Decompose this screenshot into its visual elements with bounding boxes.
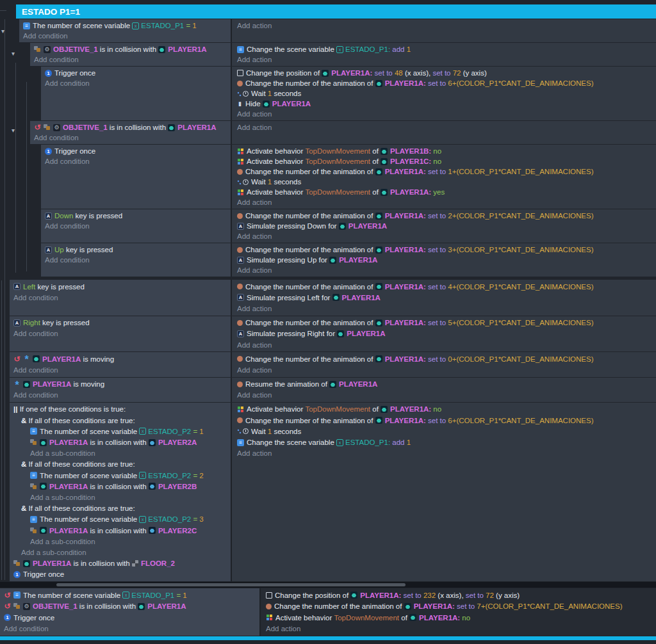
action-row[interactable]: Wait 1 seconds: [237, 88, 651, 99]
add-action-button[interactable]: Add action: [237, 109, 651, 119]
add-sub-condition-button[interactable]: Add a sub-condition: [13, 547, 227, 558]
add-action-button[interactable]: Add action: [237, 122, 651, 133]
action-row[interactable]: Wait 1 seconds: [237, 177, 651, 187]
fold-arrow-icon[interactable]: ▾: [1, 28, 4, 35]
condition-row[interactable]: ≡The number of scene variable xESTADO_P2…: [13, 514, 227, 525]
text-segment: PLAYER1A:: [385, 319, 426, 326]
add-condition-button[interactable]: Add condition: [4, 623, 256, 634]
action-row[interactable]: Activate behavior TopDownMovement of PLA…: [237, 187, 651, 197]
add-action-button[interactable]: Add action: [237, 448, 651, 459]
add-action-button[interactable]: Add action: [237, 339, 651, 350]
sprite-thumbnail-icon: [381, 189, 388, 196]
sprite-thumbnail-icon: [381, 158, 388, 165]
add-action-button[interactable]: Add action: [237, 364, 651, 375]
add-condition-button[interactable]: Add condition: [45, 156, 227, 166]
condition-row[interactable]: AUp key is pressed: [45, 245, 227, 255]
condition-row[interactable]: & If all of these conditions are true:: [13, 459, 227, 470]
action-row[interactable]: Change the position of PLAYER1A: set to …: [237, 68, 651, 78]
condition-row[interactable]: 1Trigger once: [13, 569, 227, 580]
add-action-button[interactable]: Add action: [237, 390, 651, 401]
add-condition-button[interactable]: Add condition: [34, 133, 227, 143]
action-row[interactable]: Change the number of the animation of PL…: [237, 353, 651, 364]
action-row[interactable]: ASimulate pressing Left for PLAYER1A: [237, 292, 651, 303]
condition-row[interactable]: PLAYER1A is in collision with PLAYER2B: [13, 481, 227, 492]
action-row[interactable]: Change the number of the animation of PL…: [237, 78, 651, 88]
action-row[interactable]: Change the number of the animation of PL…: [237, 211, 651, 221]
add-action-button[interactable]: Add action: [237, 231, 651, 241]
condition-row[interactable]: & If all of these conditions are true:: [13, 503, 227, 514]
add-condition-button[interactable]: Add condition: [45, 221, 227, 231]
add-action-button[interactable]: Add action: [237, 197, 651, 207]
condition-row[interactable]: PLAYER1A is in collision with PLAYER2C: [13, 525, 227, 536]
condition-row[interactable]: ARight key is pressed: [13, 318, 227, 328]
text-segment: Add condition: [4, 625, 49, 632]
action-row[interactable]: Change the number of the animation of PL…: [237, 281, 651, 292]
condition-row[interactable]: & If all of these conditions are true:: [13, 415, 227, 426]
text-segment: Add a sub-condition: [21, 549, 86, 556]
condition-row[interactable]: ↺≡The number of scene variable xESTADO_P…: [4, 590, 256, 601]
action-row[interactable]: ASimulate pressing Down for PLAYER1A: [237, 221, 651, 231]
action-row[interactable]: Activate behavior TopDownMovement of PLA…: [237, 404, 651, 415]
condition-row[interactable]: ADown key is pressed: [45, 211, 227, 221]
event-section-middle: ALeft key is pressedAdd conditionChange …: [0, 280, 656, 581]
action-row[interactable]: ASimulate pressing Right for PLAYER1A: [237, 328, 651, 339]
condition-row[interactable]: ≡The number of scene variable xESTADO_P1…: [23, 20, 227, 31]
add-condition-button[interactable]: Add condition: [45, 78, 227, 88]
condition-row[interactable]: ↺*PLAYER1A is moving: [13, 353, 227, 364]
next-event-header-strip: [0, 636, 656, 640]
action-row[interactable]: Change the number of the animation of PL…: [266, 600, 651, 612]
condition-row[interactable]: ↺⚙OBJETIVE_1 is in collision with PLAYER…: [34, 122, 227, 133]
action-row[interactable]: Wait 1 seconds: [237, 426, 651, 437]
scrollbar-thumb[interactable]: [56, 583, 406, 586]
action-row[interactable]: Activate behavior TopDownMovement of PLA…: [237, 156, 651, 166]
add-sub-condition-button[interactable]: Add a sub-condition: [13, 448, 227, 459]
actions-column: ≡Change the scene variable xESTADO_P1: a…: [231, 43, 656, 66]
add-condition-button[interactable]: Add condition: [13, 292, 227, 303]
add-action-button[interactable]: Add action: [237, 20, 651, 31]
condition-row[interactable]: ALeft key is pressed: [13, 281, 227, 292]
action-row[interactable]: Change the position of PLAYER1A: set to …: [266, 590, 651, 601]
condition-row[interactable]: ↺⚙OBJETIVE_1 is in collision with PLAYER…: [4, 600, 256, 612]
action-row[interactable]: Change the number of the animation of PL…: [237, 245, 651, 255]
action-row[interactable]: Activate behavior TopDownMovement of PLA…: [237, 146, 651, 156]
condition-row[interactable]: 1Trigger once: [45, 146, 227, 156]
action-row[interactable]: Change the number of the animation of PL…: [237, 166, 651, 177]
fold-arrow-icon[interactable]: ▾: [12, 51, 15, 57]
action-row[interactable]: Resume the animation of PLAYER1A: [237, 379, 651, 390]
condition-row[interactable]: ≡The number of scene variable xESTADO_P2…: [13, 426, 227, 437]
horizontal-scrollbar[interactable]: [0, 582, 656, 588]
text-segment: Add a sub-condition: [30, 449, 95, 457]
add-condition-button[interactable]: Add condition: [13, 390, 227, 401]
add-condition-button[interactable]: Add condition: [34, 54, 227, 65]
add-condition-button[interactable]: Add condition: [23, 31, 227, 41]
action-row[interactable]: ASimulate pressing Up for PLAYER1A: [237, 255, 651, 265]
add-condition-button[interactable]: Add condition: [45, 255, 227, 265]
text-segment: Add action: [237, 232, 272, 240]
add-condition-button[interactable]: Add condition: [13, 328, 227, 339]
text-segment: Add action: [237, 266, 272, 274]
condition-row[interactable]: 1Trigger once: [4, 612, 256, 624]
event-group-header[interactable]: ESTADO P1=1: [16, 4, 656, 19]
action-row[interactable]: Change the number of the animation of PL…: [237, 318, 651, 328]
condition-row[interactable]: PLAYER1A is in collision with FLOOR_2: [13, 558, 227, 569]
condition-row[interactable]: 1Trigger once: [45, 68, 227, 78]
action-row[interactable]: Change the number of the animation of PL…: [237, 415, 651, 426]
condition-row[interactable]: ≡The number of scene variable xESTADO_P2…: [13, 470, 227, 481]
text-segment: PLAYER1A: [42, 355, 81, 363]
action-row[interactable]: Activate behavior TopDownMovement of PLA…: [266, 612, 651, 624]
condition-row[interactable]: ⚙OBJETIVE_1 is in collision with PLAYER1…: [34, 44, 227, 54]
condition-row[interactable]: || If one of these conditions is true:: [13, 404, 227, 415]
condition-row[interactable]: PLAYER1A is in collision with PLAYER2A: [13, 437, 227, 447]
add-action-button[interactable]: Add action: [237, 265, 651, 275]
add-condition-button[interactable]: Add condition: [13, 364, 227, 375]
action-row[interactable]: ≡Change the scene variable xESTADO_P1: a…: [237, 44, 651, 54]
add-sub-condition-button[interactable]: Add a sub-condition: [13, 492, 227, 503]
action-row[interactable]: ▮Hide PLAYER1A: [237, 99, 651, 109]
fold-arrow-icon[interactable]: ▾: [12, 127, 15, 134]
action-row[interactable]: ≡Change the scene variable xESTADO_P1: a…: [237, 437, 651, 447]
add-sub-condition-button[interactable]: Add a sub-condition: [13, 536, 227, 547]
add-action-button[interactable]: Add action: [237, 303, 651, 314]
add-action-button[interactable]: Add action: [266, 623, 651, 634]
condition-row[interactable]: *PLAYER1A is moving: [13, 379, 227, 390]
add-action-button[interactable]: Add action: [237, 54, 651, 65]
